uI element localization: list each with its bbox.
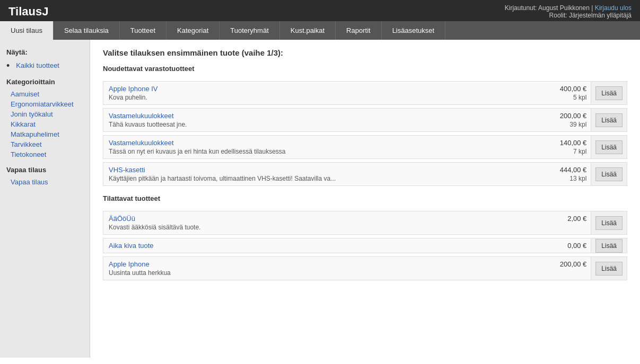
product-name-link[interactable]: Vastamelukuulokkeet — [109, 139, 174, 147]
app-logo: TilausJ — [8, 5, 48, 19]
product-stock: 5 kpl — [573, 94, 586, 101]
product-price: 200,00 € — [560, 260, 587, 268]
category-list: AamuisetErgonomiatarvikkeetJonin työkalu… — [6, 89, 83, 159]
role-text: Roolit: Järjestelmän ylläpitäjä — [505, 12, 632, 19]
nayta-label: Näytä: — [6, 48, 83, 56]
nav-item-tuotteet[interactable]: Tuotteet — [120, 21, 166, 40]
nav-item-tuoteryhmät[interactable]: Tuoteryhmät — [220, 21, 280, 40]
header: TilausJ Kirjautunut: August Puikkonen | … — [0, 0, 640, 21]
category-link[interactable]: Matkapuhelimet — [6, 129, 83, 139]
product-description: Tässä on nyt eri kuvaus ja eri hinta kun… — [109, 148, 548, 155]
nav-bar: Uusi tilausSelaa tilauksiaTuotteetKatego… — [0, 21, 640, 40]
category-link[interactable]: Kikkarat — [6, 119, 83, 129]
product-price: 200,00 € — [560, 112, 587, 120]
add-product-button[interactable]: Lisää — [595, 262, 623, 276]
nav-item-kust.paikat[interactable]: Kust.paikat — [280, 21, 336, 40]
add-product-button[interactable]: Lisää — [595, 140, 623, 154]
product-price: 0,00 € — [567, 242, 586, 250]
product-stock: 13 kpl — [569, 175, 586, 182]
add-product-button[interactable]: Lisää — [595, 86, 623, 100]
nav-item-kategoriat[interactable]: Kategoriat — [166, 21, 220, 40]
bullet-icon: • — [6, 61, 10, 70]
page-title: Valitse tilauksen ensimmäinen tuote (vai… — [103, 48, 627, 57]
order-section-title: Tilattavat tuotteet — [103, 194, 627, 202]
vapaa-tilaus-label: Vapaa tilaus — [6, 166, 83, 174]
table-row: Apple IphoneUusinta uutta herkkua200,00 … — [103, 256, 627, 280]
table-row: ÄäÖöÜüKovasti ääkkösiä sisältävä tuote.2… — [103, 211, 627, 235]
vapaa-tilaus-link[interactable]: Vapaa tilaus — [6, 177, 83, 187]
add-product-button[interactable]: Lisää — [595, 239, 623, 253]
product-stock: 7 kpl — [573, 148, 586, 155]
product-name-link[interactable]: Aika kiva tuote — [109, 242, 154, 250]
product-name-link[interactable]: ÄäÖöÜü — [109, 215, 135, 223]
product-description: Tähä kuvaus tuotteesat jne. — [109, 121, 548, 128]
table-row: VHS-kasettiKäyttäjien pitkään ja hartaas… — [103, 162, 627, 186]
product-name-link[interactable]: Vastamelukuulokkeet — [109, 112, 174, 120]
main-content: Valitse tilauksen ensimmäinen tuote (vai… — [90, 40, 640, 358]
logout-link[interactable]: Kirjaudu ulos — [595, 4, 632, 12]
kategorioittain-label: Kategorioittain — [6, 78, 83, 86]
nav-item-lisäasetukset[interactable]: Lisäasetukset — [382, 21, 446, 40]
nav-item-selaa-tilauksia[interactable]: Selaa tilauksia — [54, 21, 120, 40]
category-link[interactable]: Tietokoneet — [6, 149, 83, 159]
table-row: Aika kiva tuote0,00 €Lisää — [103, 238, 627, 253]
table-row: Apple Iphone IVKova puhelin.400,00 €5 kp… — [103, 81, 627, 105]
user-info: Kirjautunut: August Puikkonen | Kirjaudu… — [505, 4, 632, 19]
product-description: Kovasti ääkkösiä sisältävä tuote. — [109, 224, 548, 231]
sidebar: Näytä: • Kaikki tuotteet Kategorioittain… — [0, 40, 90, 358]
product-price: 140,00 € — [560, 139, 587, 147]
product-price: 2,00 € — [567, 215, 586, 223]
product-description: Uusinta uutta herkkua — [109, 269, 548, 277]
table-row: VastamelukuulokkeetTässä on nyt eri kuva… — [103, 135, 627, 159]
nav-item-uusi-tilaus[interactable]: Uusi tilaus — [0, 21, 54, 40]
category-link[interactable]: Jonin työkalut — [6, 109, 83, 119]
add-product-button[interactable]: Lisää — [595, 167, 623, 181]
category-link[interactable]: Aamuiset — [6, 89, 83, 99]
nav-item-raportit[interactable]: Raportit — [336, 21, 382, 40]
product-description: Käyttäjien pitkään ja hartaasti toivoma,… — [109, 175, 548, 182]
warehouse-product-list: Apple Iphone IVKova puhelin.400,00 €5 kp… — [103, 81, 627, 186]
add-product-button[interactable]: Lisää — [595, 113, 623, 127]
user-text: Kirjautunut: August Puikkonen | — [505, 4, 595, 12]
main-layout: Näytä: • Kaikki tuotteet Kategorioittain… — [0, 40, 640, 358]
product-name-link[interactable]: VHS-kasetti — [109, 166, 145, 174]
product-price: 444,00 € — [560, 166, 587, 174]
add-product-button[interactable]: Lisää — [595, 216, 623, 230]
order-product-list: ÄäÖöÜüKovasti ääkkösiä sisältävä tuote.2… — [103, 211, 627, 280]
category-link[interactable]: Tarvikkeet — [6, 139, 83, 149]
table-row: VastamelukuulokkeetTähä kuvaus tuotteesa… — [103, 108, 627, 132]
product-price: 400,00 € — [560, 85, 587, 93]
warehouse-section-title: Noudettavat varastotuotteet — [103, 65, 627, 73]
category-link[interactable]: Ergonomiatarvikkeet — [6, 99, 83, 109]
kaikki-tuotteet-link[interactable]: Kaikki tuotteet — [12, 60, 59, 70]
product-name-link[interactable]: Apple Iphone — [109, 260, 150, 268]
product-name-link[interactable]: Apple Iphone IV — [109, 85, 158, 93]
product-stock: 39 kpl — [569, 121, 586, 128]
product-description: Kova puhelin. — [109, 94, 548, 101]
